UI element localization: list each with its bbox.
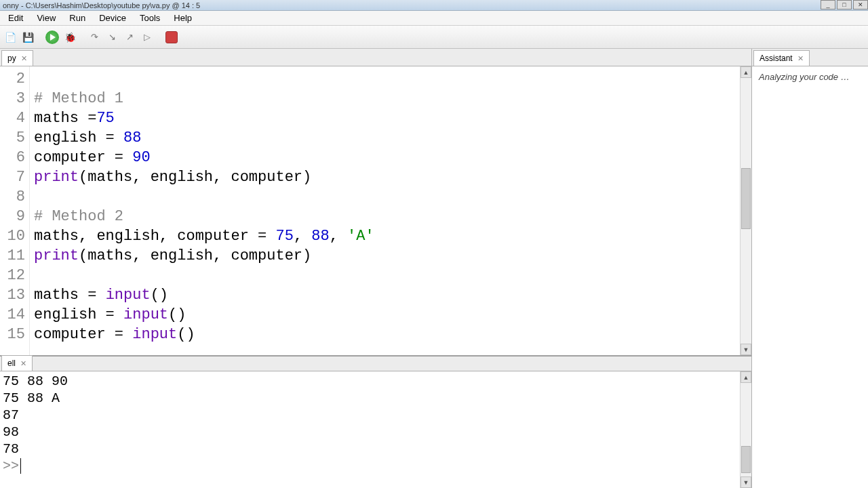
code-line[interactable]: english = input(): [34, 305, 736, 325]
shell-line: 75 88 90: [3, 373, 737, 390]
code-line[interactable]: maths =75: [34, 108, 736, 128]
code-line[interactable]: [34, 69, 736, 89]
step-over-icon[interactable]: ↷: [87, 30, 102, 45]
minimize-button[interactable]: _: [821, 0, 835, 9]
scroll-up-icon[interactable]: ▲: [741, 371, 751, 383]
shell-line: 87: [3, 407, 737, 424]
assistant-header: Assistant ✕: [752, 49, 868, 66]
close-assistant-icon[interactable]: ✕: [797, 54, 804, 62]
shell-line: 78: [3, 441, 737, 458]
step-out-icon[interactable]: ↗: [122, 30, 137, 45]
code-line[interactable]: computer = input(): [34, 325, 736, 344]
shell-output[interactable]: 75 88 9075 88 A879878>>: [0, 371, 740, 488]
window-titlebar: onny - C:\Users\Hashim\Desktop\youtube p…: [0, 0, 868, 11]
line-number: 13: [0, 285, 25, 305]
new-file-icon[interactable]: [3, 30, 18, 45]
line-number: 4: [0, 108, 25, 128]
assistant-panel: Assistant ✕ Analyzing your code …: [751, 49, 868, 488]
menu-view[interactable]: View: [30, 12, 62, 24]
assistant-title: Assistant: [760, 54, 793, 63]
scroll-thumb[interactable]: [741, 168, 751, 229]
line-number: 7: [0, 167, 25, 187]
line-number: 11: [0, 246, 25, 266]
code-line[interactable]: computer = 90: [34, 148, 736, 167]
assistant-status: Analyzing your code …: [752, 66, 868, 488]
menu-tools[interactable]: Tools: [133, 12, 167, 24]
assistant-tab[interactable]: Assistant ✕: [753, 50, 810, 66]
code-line[interactable]: # Method 1: [34, 89, 736, 108]
code-line[interactable]: english = 88: [34, 128, 736, 148]
code-line[interactable]: # Method 2: [34, 207, 736, 226]
shell-panel: ell ✕ 75 88 9075 88 A879878>> ▲ ▼: [0, 355, 751, 488]
menu-bar: Edit View Run Device Tools Help: [0, 11, 868, 26]
code-editor[interactable]: 23456789101112131415 # Method 1maths =75…: [0, 66, 751, 355]
line-number: 9: [0, 207, 25, 226]
shell-tabstrip: ell ✕: [0, 357, 751, 371]
shell-tab-label: ell: [7, 359, 16, 368]
menu-run[interactable]: Run: [62, 12, 92, 24]
line-number: 15: [0, 325, 25, 344]
line-number: 3: [0, 89, 25, 108]
code-line[interactable]: [34, 266, 736, 285]
editor-tabstrip: py ✕: [0, 49, 751, 66]
line-number: 12: [0, 266, 25, 285]
debug-button[interactable]: [62, 30, 77, 45]
code-line[interactable]: maths = input(): [34, 285, 736, 305]
shell-tab[interactable]: ell ✕: [1, 355, 33, 371]
play-icon: [45, 30, 59, 44]
shell-line: 98: [3, 424, 737, 441]
code-line[interactable]: print(maths, english, computer): [34, 246, 736, 266]
scroll-down-icon[interactable]: ▼: [741, 476, 751, 488]
code-line[interactable]: [34, 187, 736, 207]
shell-prompt[interactable]: >>: [3, 458, 737, 474]
menu-edit[interactable]: Edit: [1, 12, 30, 24]
step-into-icon[interactable]: ↘: [104, 30, 119, 45]
line-number: 6: [0, 148, 25, 167]
close-button[interactable]: ✕: [853, 0, 868, 9]
close-shell-tab-icon[interactable]: ✕: [20, 359, 26, 367]
stop-button[interactable]: [164, 30, 179, 45]
code-content[interactable]: # Method 1maths =75english = 88computer …: [30, 66, 740, 355]
toolbar: ↷ ↘ ↗ ▷: [0, 26, 868, 49]
run-button[interactable]: [45, 30, 60, 45]
line-number: 5: [0, 128, 25, 148]
stop-icon: [165, 31, 178, 43]
code-line[interactable]: maths, english, computer = 75, 88, 'A': [34, 226, 736, 246]
window-title: onny - C:\Users\Hashim\Desktop\youtube p…: [3, 1, 200, 9]
maximize-button[interactable]: □: [837, 0, 852, 9]
resume-icon[interactable]: ▷: [140, 30, 155, 45]
scroll-up-icon[interactable]: ▲: [741, 66, 751, 78]
editor-tab-label: py: [7, 54, 16, 63]
scroll-down-icon[interactable]: ▼: [741, 344, 751, 355]
scroll-thumb[interactable]: [741, 446, 751, 473]
editor-scrollbar[interactable]: ▲ ▼: [740, 66, 751, 355]
menu-device[interactable]: Device: [92, 12, 133, 24]
shell-line: 75 88 A: [3, 390, 737, 407]
menu-help[interactable]: Help: [167, 12, 199, 24]
line-number: 10: [0, 226, 25, 246]
code-line[interactable]: print(maths, english, computer): [34, 167, 736, 187]
line-number: 2: [0, 69, 25, 89]
close-tab-icon[interactable]: ✕: [21, 54, 27, 62]
line-number-gutter: 23456789101112131415: [0, 66, 30, 355]
line-number: 8: [0, 187, 25, 207]
window-controls: _ □ ✕: [819, 0, 868, 11]
save-file-icon[interactable]: [20, 30, 35, 45]
editor-tab[interactable]: py ✕: [1, 50, 33, 66]
shell-scrollbar[interactable]: ▲ ▼: [740, 371, 751, 488]
line-number: 14: [0, 305, 25, 325]
